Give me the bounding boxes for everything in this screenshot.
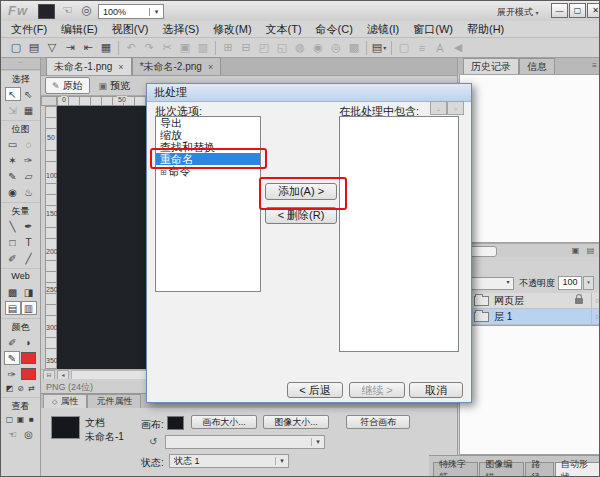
stroke-color-swatch[interactable] <box>21 352 36 364</box>
magnifier-icon-top[interactable]: ◎ <box>81 4 91 17</box>
layer-row-layer-1[interactable]: ▼ 层 1 ○ <box>458 309 600 325</box>
crop-tool-icon[interactable]: ▦ <box>21 103 37 117</box>
tab-image-editing[interactable]: 图像编辑 <box>479 462 524 477</box>
marquee-tool-icon[interactable]: ▭ <box>5 137 21 151</box>
cancel-button[interactable]: 取消 <box>409 382 463 398</box>
collapse-diamond-icon[interactable]: ◇ <box>52 398 57 406</box>
import-icon[interactable]: ⇥ <box>61 40 79 55</box>
lasso-tool-icon[interactable]: ◌ <box>21 137 37 151</box>
hotspot-tool-icon[interactable]: ▩ <box>5 285 21 299</box>
opacity-stepper-icon[interactable]: ▾ <box>583 276 594 290</box>
menu-filters[interactable]: 滤镜(I) <box>360 22 406 37</box>
expand-mode-menu[interactable]: 展开模式 ▾ <box>497 6 539 19</box>
tab-untitled-2[interactable]: *未命名-2.png × <box>132 57 222 75</box>
menu-select[interactable]: 选择(S) <box>155 22 206 37</box>
swap-colors-icon[interactable]: ⇄ <box>26 383 37 394</box>
canvas[interactable] <box>57 106 147 369</box>
scale-tool-icon[interactable]: ⇲ <box>5 103 21 117</box>
chevron-down-icon[interactable]: ▾ <box>149 8 163 16</box>
slice-tool-icon[interactable]: ▤ <box>5 301 21 315</box>
export-icon[interactable]: ⇤ <box>79 40 97 55</box>
pencil-tool-icon[interactable]: ✎ <box>5 169 21 183</box>
batch-options-list[interactable]: 导出 缩放 查找和替换 重命名 ⊞命令 <box>155 116 261 292</box>
menu-modify[interactable]: 修改(M) <box>206 22 259 37</box>
maximize-button[interactable]: ▢ <box>569 3 586 18</box>
default-colors-icon[interactable]: ◩ <box>4 383 15 394</box>
zoom-tool-icon[interactable]: ◎ <box>21 427 37 441</box>
eraser-tool-icon[interactable]: ▱ <box>21 169 37 183</box>
tab-path[interactable]: 路径 <box>525 462 554 477</box>
menu-window[interactable]: 窗口(W) <box>406 22 460 37</box>
save-icon[interactable]: ▤ <box>25 40 43 55</box>
menu-text[interactable]: 文本(T) <box>259 22 309 37</box>
state-dropdown[interactable]: 状态 1 ▾ <box>169 454 289 468</box>
freeform-tool-icon[interactable]: ✐ <box>5 251 21 265</box>
fill-color-swatch[interactable] <box>21 368 36 380</box>
menu-help[interactable]: 帮助(H) <box>460 22 511 37</box>
original-view-button[interactable]: ✎ 原始 <box>45 77 90 94</box>
subselection-tool-icon[interactable]: ⇖ <box>21 87 37 101</box>
pen-tool-icon[interactable]: ✒ <box>21 219 37 233</box>
menu-view[interactable]: 视图(V) <box>105 22 156 37</box>
panel-menu-icon[interactable]: ≡ <box>592 61 597 70</box>
close-tab-icon[interactable]: × <box>208 62 213 72</box>
close-tab-icon[interactable]: × <box>118 62 123 72</box>
blur-tool-icon[interactable]: ◉ <box>5 185 21 199</box>
paint-bucket-tool-icon[interactable]: ◗ <box>21 335 37 349</box>
full-screen-menus-icon[interactable]: ▣ <box>15 414 26 425</box>
brush-tool-icon[interactable]: ✑ <box>21 153 37 167</box>
tab-history[interactable]: 历史记录 <box>463 58 519 74</box>
option-commands[interactable]: ⊞命令 <box>156 165 260 177</box>
tab-auto-shapes[interactable]: 自动形状 <box>555 462 600 477</box>
tools-panel-header[interactable]: ·· <box>1 58 40 70</box>
image-size-button[interactable]: 图像大小... <box>263 415 329 429</box>
full-screen-icon[interactable]: ■ <box>26 414 37 425</box>
add-button[interactable]: 添加(A) > <box>265 183 337 200</box>
no-color-icon[interactable]: ⊘ <box>15 383 26 394</box>
new-document-icon[interactable]: ▢ <box>7 40 25 55</box>
minimize-button[interactable]: — <box>551 3 568 18</box>
knife-tool-icon[interactable]: ╱ <box>21 251 37 265</box>
included-tasks-list[interactable] <box>339 116 459 352</box>
remove-button[interactable]: < 删除(R) <box>265 207 337 224</box>
canvas-size-button[interactable]: 画布大小... <box>191 415 257 429</box>
pointer-tool-icon[interactable]: ↖ <box>5 87 21 101</box>
text-tool-icon[interactable]: T <box>21 235 37 249</box>
hand-tool-icon-top[interactable]: ☜ <box>62 4 73 17</box>
standard-screen-icon[interactable]: ▢ <box>4 414 15 425</box>
menu-commands[interactable]: 命令(C) <box>309 22 360 37</box>
stroke-pencil-icon[interactable]: ✎ <box>4 351 20 365</box>
preview-view-button[interactable]: ▣ 预览 <box>93 78 137 93</box>
animation-dropdown[interactable]: ▾ <box>165 435 325 449</box>
fill-brush-icon[interactable]: ✑ <box>4 367 20 381</box>
tab-info[interactable]: 信息 <box>519 58 555 74</box>
option-find-replace[interactable]: 查找和替换 <box>156 141 260 153</box>
layer-row-web-layer[interactable]: ▼ 网页层 ○ <box>458 293 600 309</box>
back-button[interactable]: < 后退 <box>287 382 343 398</box>
copy-steps-icon[interactable]: ▣ <box>570 246 581 256</box>
rectangle-tool-icon[interactable]: □ <box>5 235 21 249</box>
layer-name[interactable]: 网页层 <box>494 294 575 308</box>
open-icon[interactable]: ▽ <box>43 40 61 55</box>
print-icon[interactable]: ▦ <box>97 40 115 55</box>
zoom-level-combo[interactable]: 100% ▾ <box>98 4 164 19</box>
option-scale[interactable]: 缩放 <box>156 129 260 141</box>
option-rename[interactable]: 重命名 <box>156 153 260 165</box>
save-steps-icon[interactable]: ▤ <box>585 246 596 256</box>
dialog-title-bar[interactable]: 批处理 <box>147 84 471 102</box>
expander-plus-icon[interactable]: ⊞ <box>160 168 167 177</box>
tab-untitled-1[interactable]: 未命名-1.png × <box>46 57 132 75</box>
opacity-value[interactable]: 100 <box>558 276 582 290</box>
magic-wand-tool-icon[interactable]: ✶ <box>5 153 21 167</box>
fit-canvas-button[interactable]: 符合画布 <box>346 415 410 429</box>
tab-properties[interactable]: ◇ 属性 <box>43 394 87 408</box>
scrollbar-minimize-icon[interactable]: ⊟ <box>43 370 55 380</box>
hand-tool-icon[interactable]: ☜ <box>5 427 21 441</box>
close-button[interactable]: ✕ <box>587 3 600 18</box>
line-tool-icon[interactable]: ╲ <box>5 219 21 233</box>
polygon-hotspot-tool-icon[interactable]: ◨ <box>21 285 37 299</box>
polygon-slice-tool-icon[interactable]: ▥ <box>21 301 37 315</box>
style-combo-icon[interactable]: ▤▾ <box>370 40 388 55</box>
tab-special-characters[interactable]: 特殊字符 <box>433 462 478 477</box>
canvas-color-swatch[interactable] <box>167 416 184 430</box>
